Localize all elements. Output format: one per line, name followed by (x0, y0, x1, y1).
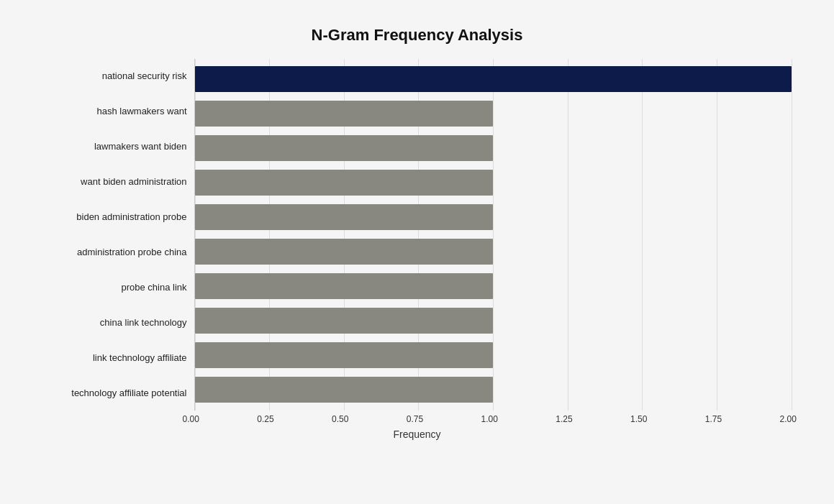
y-label: probe china link (43, 270, 187, 305)
y-label: link technology affiliate (43, 340, 187, 375)
bar (195, 308, 494, 334)
bar (195, 239, 494, 265)
x-tick: 1.75 (705, 414, 722, 424)
x-tick: 2.00 (780, 414, 797, 424)
chart-container: N-Gram Frequency Analysis national secur… (22, 12, 813, 493)
bar (195, 66, 792, 92)
bar-row (195, 165, 792, 200)
y-label: administration probe china (43, 234, 187, 270)
x-tick: 0.00 (183, 414, 199, 424)
x-tick: 0.75 (407, 414, 423, 424)
x-tick: 1.50 (630, 414, 647, 424)
bar (195, 273, 494, 299)
y-label: lawmakers want biden (43, 129, 187, 164)
x-tick: 0.25 (257, 414, 273, 424)
y-label: want biden administration (43, 164, 187, 199)
x-tick: 1.25 (556, 414, 572, 424)
bar-row (195, 131, 792, 165)
bar (195, 101, 494, 127)
bar (195, 342, 494, 368)
bar-row (195, 338, 792, 372)
bar (195, 377, 494, 403)
y-label: national security risk (43, 59, 187, 94)
bar (195, 170, 494, 196)
y-label: hash lawmakers want (43, 93, 187, 129)
x-axis: 0.000.250.500.751.001.251.501.752.00 (194, 411, 792, 425)
x-axis-label: Frequency (43, 429, 792, 440)
grid-line (792, 59, 792, 411)
chart-area: national security riskhash lawmakers wan… (43, 59, 792, 440)
bar (195, 135, 494, 161)
y-label: china link technology (43, 305, 187, 340)
chart-title: N-Gram Frequency Analysis (43, 26, 792, 45)
bar-row (195, 62, 792, 96)
bar-row (195, 303, 792, 338)
bar-row (195, 269, 792, 303)
y-labels: national security riskhash lawmakers wan… (43, 59, 194, 411)
bar-row (195, 234, 792, 269)
bars-wrapper: national security riskhash lawmakers wan… (43, 59, 792, 411)
x-tick: 0.50 (332, 414, 348, 424)
bar (195, 204, 494, 230)
bar-rows (195, 59, 792, 411)
y-label: biden administration probe (43, 199, 187, 234)
bar-row (195, 372, 792, 407)
x-tick: 1.00 (481, 414, 498, 424)
bars-and-grid (194, 59, 792, 411)
bar-row (195, 200, 792, 234)
y-label: technology affiliate potential (43, 375, 187, 411)
bar-row (195, 96, 792, 131)
